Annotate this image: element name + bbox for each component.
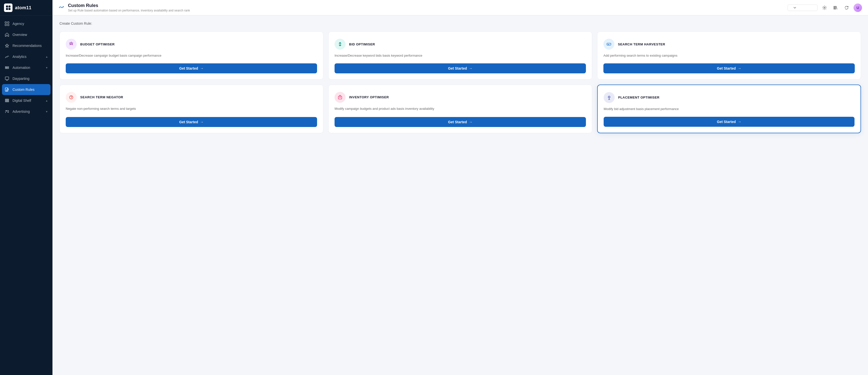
sidebar-item-digital-shelf[interactable]: Digital Shelf ▲ [0,95,53,106]
logo-box [4,3,12,12]
sidebar-item-analytics[interactable]: Analytics ▲ [0,51,53,62]
sidebar-item-overview-label: Overview [12,33,48,37]
search-term-harvester-header: ab SEARCH TERM HARVESTER [603,39,855,49]
library-icon [833,5,838,10]
svg-rect-19 [5,101,9,102]
bid-optimiser-header: BID OPTIMISER [335,39,586,49]
sidebar-nav: Agency Overview Recommendations [0,16,53,375]
advertising-chevron-icon: ▼ [45,110,48,113]
svg-text:ab: ab [608,44,610,45]
sidebar-item-digital-shelf-label: Digital Shelf [12,99,42,103]
bid-optimiser-icon [335,39,346,49]
automation-icon [4,65,9,70]
svg-point-29 [71,98,71,99]
svg-point-21 [63,6,64,7]
page-subtitle-header: Set up Rule based automation based on pe… [68,9,783,12]
bid-optimiser-card: BID OPTIMISER Increase/Decrease keyword … [328,31,592,79]
svg-rect-23 [834,6,835,9]
svg-rect-2 [6,8,8,10]
sidebar-item-agency[interactable]: Agency [0,18,53,29]
search-term-negator-title: SEARCH TERM NEGATOR [80,95,123,99]
sidebar-item-overview[interactable]: Overview [0,29,53,40]
arrow-right-icon: → [200,66,204,70]
svg-rect-24 [835,6,836,9]
search-term-negator-btn[interactable]: Get Started → [66,117,317,127]
placement-optimiser-icon [603,92,615,103]
search-term-harvester-title: SEARCH TERM HARVESTER [618,42,665,46]
grid-icon [4,21,9,26]
sidebar-item-automation-label: Automation [12,66,42,70]
budget-optimiser-icon [66,39,77,49]
home-icon [4,32,9,37]
svg-rect-3 [8,8,10,10]
arrow-right-icon: → [738,66,741,70]
sidebar-item-recommendations[interactable]: Recommendations [0,40,53,51]
svg-rect-7 [7,24,9,26]
svg-point-8 [7,57,7,57]
placement-optimiser-desc: Modify bid adjustment basis placement pe… [603,106,855,112]
star-icon [4,43,9,48]
inventory-optimiser-title: INVENTORY OPTIMISER [349,95,389,99]
search-term-harvester-icon: ab [603,39,614,49]
sidebar-item-analytics-label: Analytics [12,55,42,59]
search-term-negator-icon [66,92,77,103]
bid-optimiser-btn[interactable]: Get Started → [335,63,586,73]
search-term-negator-header: SEARCH TERM NEGATOR [66,92,317,103]
page-title: Custom Rules [68,3,783,8]
refresh-button[interactable] [842,4,850,12]
sidebar-item-agency-label: Agency [12,22,48,26]
budget-optimiser-header: BUDGET OPTIMISER [66,39,317,49]
sidebar-item-recommendations-label: Recommendations [12,44,48,48]
library-button[interactable] [832,4,839,12]
inventory-optimiser-btn[interactable]: Get Started → [335,117,586,127]
settings-button[interactable] [820,4,829,12]
sidebar-item-advertising-label: Advertising [12,109,42,113]
create-rule-label: Create Custom Rule: [59,22,861,26]
sidebar-item-advertising[interactable]: Advertising ▼ [0,106,53,117]
placement-optimiser-btn[interactable]: Get Started → [603,117,855,127]
svg-rect-18 [5,100,9,101]
sidebar-item-dayparting[interactable]: Dayparting [0,73,53,84]
refresh-icon [844,5,849,10]
sidebar-item-custom-rules[interactable]: Custom Rules [2,84,51,95]
analytics-icon [4,54,9,59]
chevron-down-icon [793,6,796,9]
inventory-optimiser-icon [335,92,346,103]
analytics-chevron-icon: ▲ [45,56,48,58]
svg-rect-17 [5,99,9,100]
arrow-right-icon: → [469,120,472,124]
arrow-right-icon: → [738,120,741,124]
search-term-harvester-card: ab SEARCH TERM HARVESTER Add performing … [597,31,861,79]
budget-optimiser-title: BUDGET OPTIMISER [80,42,115,46]
budget-optimiser-btn[interactable]: Get Started → [66,63,317,73]
arrow-right-icon: → [200,120,204,124]
logo-area: atom11 [0,0,53,16]
search-term-negator-card: SEARCH TERM NEGATOR Negate non-performin… [59,84,323,133]
svg-rect-1 [8,5,10,7]
monitor-icon [4,76,9,81]
logo-text: atom11 [15,5,31,10]
search-term-negator-desc: Negate non-performing search terms and t… [66,106,317,112]
sidebar: atom11 Agency Overview [0,0,53,375]
shelf-icon [4,98,9,103]
content-area: Create Custom Rule: BUDGET OPTIMISER Inc… [53,15,868,375]
custom-rules-header-icon [59,5,64,11]
svg-point-25 [71,43,72,44]
header-title-group: Custom Rules Set up Rule based automatio… [68,3,783,12]
arrow-right-icon: → [469,66,472,70]
bid-optimiser-desc: Increase/Decrease keyword bids basis key… [335,53,586,58]
svg-point-22 [824,7,825,8]
placement-optimiser-card: PLACEMENT OPTIMISER Modify bid adjustmen… [597,84,861,133]
inventory-optimiser-card: INVENTORY OPTIMISER Modify campaign budg… [328,84,592,133]
sidebar-item-automation[interactable]: Automation ▼ [0,62,53,73]
svg-rect-4 [5,22,6,23]
placement-optimiser-header: PLACEMENT OPTIMISER [603,92,855,103]
budget-optimiser-card: BUDGET OPTIMISER Increase/Decrease campa… [59,31,323,79]
advertising-icon [4,109,9,114]
sidebar-item-dayparting-label: Dayparting [12,77,48,80]
bid-optimiser-title: BID OPTIMISER [349,42,375,46]
header-dropdown[interactable] [787,4,817,11]
svg-rect-13 [5,77,9,79]
search-term-harvester-btn[interactable]: Get Started → [603,63,855,73]
user-avatar[interactable]: U [854,3,862,12]
